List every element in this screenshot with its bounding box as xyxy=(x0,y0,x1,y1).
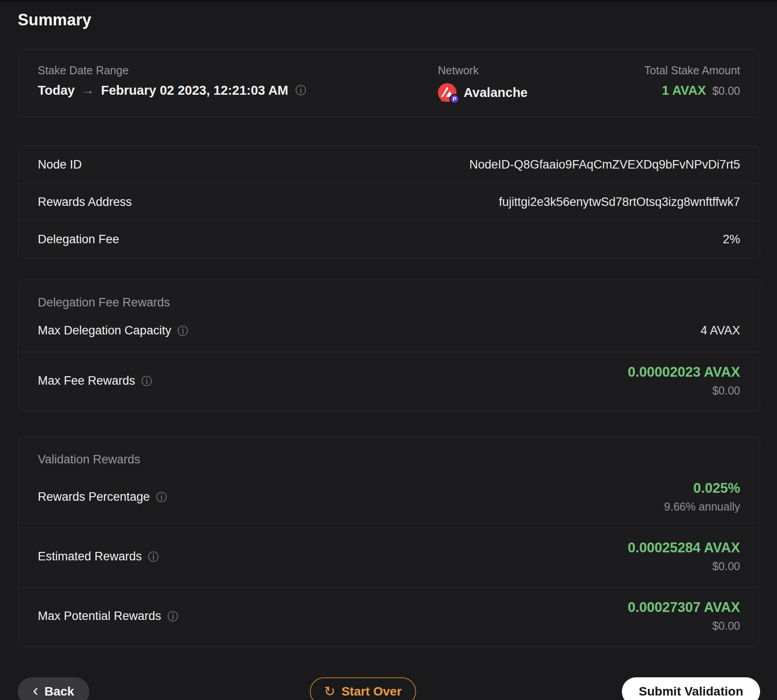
max-fee-rewards-row: Max Fee Rewards ⓘ 0.00002023 AVAX $0.00 xyxy=(18,352,760,411)
summary-page: Summary Stake Date Range Today → Februar… xyxy=(18,11,760,700)
start-over-button[interactable]: ↻ Start Over xyxy=(310,677,416,700)
overview-card: Stake Date Range Today → February 02 202… xyxy=(18,49,760,117)
stake-date-range-label: Stake Date Range xyxy=(38,64,438,76)
rewards-percentage-label: Rewards Percentage xyxy=(38,490,150,504)
estimated-rewards-usd: $0.00 xyxy=(628,560,740,573)
max-fee-rewards-info-icon[interactable]: ⓘ xyxy=(141,376,152,386)
max-potential-rewards-value: 0.00027307 AVAX xyxy=(628,600,740,615)
node-id-label: Node ID xyxy=(38,158,82,172)
validation-rewards-header: Validation Rewards xyxy=(18,437,760,468)
back-button[interactable]: ‹ Back xyxy=(18,677,89,700)
stake-date-range-block: Stake Date Range Today → February 02 202… xyxy=(38,64,438,97)
total-stake-usd: $0.00 xyxy=(712,84,740,98)
validation-rewards-card: Validation Rewards Rewards Percentage ⓘ … xyxy=(18,436,760,647)
max-fee-rewards-label: Max Fee Rewards xyxy=(38,374,135,388)
max-potential-rewards-row: Max Potential Rewards ⓘ 0.00027307 AVAX … xyxy=(18,587,760,647)
estimated-rewards-value: 0.00025284 AVAX xyxy=(628,540,740,555)
delegation-fee-rewards-card: Delegation Fee Rewards Max Delegation Ca… xyxy=(18,279,760,412)
chevron-left-icon: ‹ xyxy=(33,683,38,699)
submit-validation-label: Submit Validation xyxy=(639,684,743,699)
max-potential-rewards-label: Max Potential Rewards xyxy=(38,609,161,623)
max-delegation-capacity-info-icon[interactable]: ⓘ xyxy=(177,326,188,336)
refresh-icon: ↻ xyxy=(324,685,335,698)
top-edge-strip xyxy=(0,0,777,2)
node-details-card: Node ID NodeID-Q8Gfaaio9FAqCmZVEXDq9bFvN… xyxy=(18,145,760,258)
max-fee-rewards-usd: $0.00 xyxy=(628,384,740,397)
rewards-address-row: Rewards Address fujittgi2e3k56enytwSd78r… xyxy=(18,183,760,221)
max-potential-rewards-info-icon[interactable]: ⓘ xyxy=(168,611,178,622)
node-id-value: NodeID-Q8Gfaaio9FAqCmZVEXDq9bFvNPvDi7rt5 xyxy=(469,158,740,172)
rewards-percentage-info-icon[interactable]: ⓘ xyxy=(156,492,167,503)
max-potential-rewards-usd: $0.00 xyxy=(628,620,740,632)
stake-date-from: Today xyxy=(38,83,75,97)
page-title: Summary xyxy=(18,11,760,29)
total-stake-amount: 1 AVAX xyxy=(662,83,706,97)
rewards-percentage-row: Rewards Percentage ⓘ 0.025% 9.66% annual… xyxy=(18,468,760,527)
network-label: Network xyxy=(438,64,645,76)
rewards-percentage-annual: 9.66% annually xyxy=(664,500,740,513)
stake-date-info-icon[interactable]: ⓘ xyxy=(296,85,306,96)
delegation-fee-label: Delegation Fee xyxy=(38,233,119,246)
node-id-row: Node ID NodeID-Q8Gfaaio9FAqCmZVEXDq9bFvN… xyxy=(18,146,760,183)
max-delegation-capacity-value: 4 AVAX xyxy=(701,324,740,338)
back-button-label: Back xyxy=(44,684,74,699)
rewards-address-label: Rewards Address xyxy=(38,195,132,209)
total-stake-label: Total Stake Amount xyxy=(645,64,740,76)
p-chain-badge: P xyxy=(449,94,460,104)
delegation-fee-value: 2% xyxy=(723,233,740,246)
delegation-fee-rewards-header: Delegation Fee Rewards xyxy=(18,280,760,311)
delegation-fee-row: Delegation Fee 2% xyxy=(18,221,760,258)
rewards-address-value: fujittgi2e3k56enytwSd78rtOtsq3izg8wnftff… xyxy=(499,195,740,209)
max-delegation-capacity-label: Max Delegation Capacity xyxy=(38,324,171,338)
network-block: Network P Avalanche xyxy=(438,64,645,102)
estimated-rewards-row: Estimated Rewards ⓘ 0.00025284 AVAX $0.0… xyxy=(18,527,760,587)
avalanche-logo-icon: P xyxy=(438,83,457,102)
footer-actions: ‹ Back ↻ Start Over Submit Validation xyxy=(18,677,760,700)
estimated-rewards-info-icon[interactable]: ⓘ xyxy=(148,551,159,562)
submit-validation-button[interactable]: Submit Validation xyxy=(622,677,760,700)
network-value: Avalanche xyxy=(464,85,528,100)
start-over-button-label: Start Over xyxy=(341,684,401,699)
rewards-percentage-value: 0.025% xyxy=(664,481,740,496)
total-stake-block: Total Stake Amount 1 AVAX $0.00 xyxy=(645,64,740,98)
max-delegation-capacity-row: Max Delegation Capacity ⓘ 4 AVAX xyxy=(18,311,760,352)
estimated-rewards-label: Estimated Rewards xyxy=(38,550,142,563)
max-fee-rewards-value: 0.00002023 AVAX xyxy=(628,365,740,380)
stake-date-to: February 02 2023, 12:21:03 AM xyxy=(101,83,288,97)
arrow-right-icon: → xyxy=(82,83,94,97)
